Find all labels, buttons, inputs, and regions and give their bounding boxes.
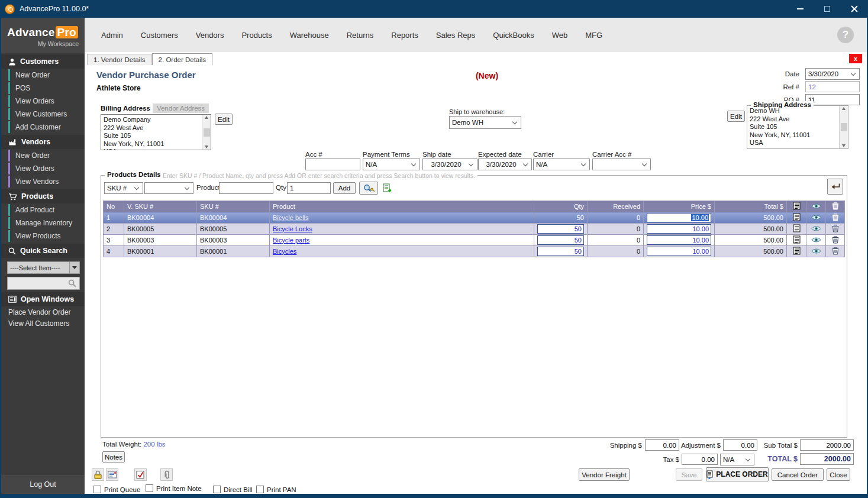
chevron-down-icon[interactable] (69, 262, 79, 273)
acc-input[interactable] (305, 159, 360, 170)
quick-search-select[interactable]: ----Select Item---- (7, 261, 80, 274)
product-search-input[interactable] (219, 182, 273, 194)
table-row[interactable]: 4 BK00001 BK00001 Bicycles 50 0 10.00 50… (104, 246, 845, 257)
enter-button[interactable] (827, 179, 843, 195)
print-pan-checkbox[interactable]: Print PAN (256, 486, 296, 493)
close-button[interactable] (841, 0, 868, 18)
sidebar-item-view-customers[interactable]: View Customers (8, 108, 85, 120)
row-delete-button[interactable] (826, 235, 845, 246)
open-window-place-vendor-order[interactable]: Place Vendor Order (1, 306, 85, 318)
row-notes-button[interactable] (787, 246, 806, 257)
tax-input[interactable] (682, 454, 718, 465)
lock-button[interactable] (92, 468, 104, 481)
import-list-icon[interactable] (383, 183, 392, 194)
place-order-button[interactable]: PLACE ORDER (706, 467, 769, 481)
search-button[interactable] (359, 182, 378, 195)
shipping-edit-button[interactable]: Edit (727, 111, 745, 122)
sidebar-item-add-customer[interactable]: Add Customer (8, 121, 85, 133)
save-button[interactable]: Save (676, 468, 702, 481)
item-note-button[interactable] (106, 468, 118, 481)
qty-input[interactable]: 50 (537, 247, 584, 256)
sku-type-select[interactable]: SKU # (104, 182, 143, 194)
vendor-freight-button[interactable]: Vendor Freight (579, 468, 630, 481)
row-notes-button[interactable] (787, 212, 806, 224)
billing-address-scrollbar[interactable] (202, 115, 211, 150)
table-row[interactable]: 3 BK00003 BK00003 Bicycle parts 50 0 10.… (104, 235, 845, 246)
sidebar-item-view-vendors[interactable]: View Vendors (8, 176, 85, 187)
nav-admin[interactable]: Admin (101, 31, 123, 40)
logout-button[interactable]: Log Out (1, 476, 85, 494)
add-button[interactable]: Add (333, 182, 356, 194)
qty-input[interactable] (287, 182, 331, 194)
nav-reports[interactable]: Reports (391, 31, 418, 40)
qty-input[interactable]: 50 (537, 224, 584, 234)
notes-button[interactable]: Notes (102, 451, 125, 463)
sidebar-item-view-products[interactable]: View Products (8, 230, 85, 242)
table-row[interactable]: 1 BK00004 BK00004 Bicycle bells 50 0 10.… (104, 212, 845, 224)
tab-vendor-details[interactable]: 1. Vendor Details (87, 54, 152, 65)
ship-to-warehouse-select[interactable]: Demo WH (449, 116, 521, 129)
ref-input[interactable] (805, 81, 860, 92)
row-view-button[interactable] (806, 212, 826, 224)
billing-address-tab[interactable]: Billing Address (101, 104, 153, 113)
nav-customers[interactable]: Customers (141, 31, 178, 40)
row-notes-button[interactable] (787, 224, 806, 235)
shipping-address-scrollbar[interactable] (839, 106, 848, 148)
row-notes-button[interactable] (787, 235, 806, 246)
quick-search-input[interactable] (7, 277, 80, 290)
billing-edit-button[interactable]: Edit (215, 114, 233, 125)
payment-terms-select[interactable]: N/A (363, 159, 420, 170)
sidebar-item-vendors-view-orders[interactable]: View Orders (8, 163, 85, 174)
sidebar-item-customers-view-orders[interactable]: View Orders (8, 95, 85, 107)
open-window-view-all-customers[interactable]: View All Customers (1, 318, 85, 329)
carrier-acc-select[interactable] (592, 159, 651, 170)
direct-bill-checkbox[interactable]: Direct Bill (213, 486, 253, 493)
row-delete-button[interactable] (826, 212, 845, 224)
table-row[interactable]: 2 BK00005 BK00005 Bicycle Locks 50 0 10.… (104, 224, 845, 235)
attachment-button[interactable] (160, 468, 173, 481)
nav-quickbooks[interactable]: QuickBooks (493, 31, 534, 40)
sku-value-select[interactable] (144, 182, 193, 194)
row-view-button[interactable] (806, 246, 826, 257)
price-input[interactable]: 10.00 (647, 247, 711, 256)
product-link[interactable]: Bicycle bells (273, 214, 309, 221)
nav-products[interactable]: Products (241, 31, 272, 40)
row-delete-button[interactable] (826, 246, 845, 257)
sidebar-item-manage-inventory[interactable]: Manage Inventory (8, 217, 85, 229)
price-input[interactable]: 10.00 (647, 224, 711, 234)
sidebar-item-add-product[interactable]: Add Product (8, 204, 85, 216)
sidebar-item-pos[interactable]: POS (8, 82, 85, 94)
price-input[interactable]: 10.00 (647, 235, 711, 245)
vendor-address-tab[interactable]: Vendor Address (153, 104, 209, 113)
cancel-order-button[interactable]: Cancel Order (772, 468, 824, 481)
print-item-note-checkbox[interactable]: Print Item Note (146, 484, 202, 492)
tab-order-details[interactable]: 2. Order Details (152, 53, 213, 65)
maximize-button[interactable] (814, 0, 841, 18)
row-view-button[interactable] (806, 224, 826, 235)
help-button[interactable]: ? (837, 27, 854, 43)
sidebar-item-customers-new-order[interactable]: New Order (8, 69, 85, 81)
minimize-button[interactable] (786, 0, 814, 18)
product-link[interactable]: Bicycle parts (273, 237, 309, 244)
product-link[interactable]: Bicycle Locks (273, 225, 312, 232)
price-input[interactable]: 10.00 (647, 213, 711, 222)
close-order-button[interactable]: Close (827, 468, 850, 481)
nav-warehouse[interactable]: Warehouse (290, 31, 329, 40)
nav-web[interactable]: Web (552, 31, 568, 40)
product-link[interactable]: Bicycles (273, 248, 296, 255)
print-check-button[interactable] (134, 468, 147, 481)
date-select[interactable]: 3/30/2020 (805, 68, 860, 80)
print-queue-checkbox[interactable]: Print Queue (93, 486, 140, 493)
nav-returns[interactable]: Returns (347, 31, 374, 40)
expected-date-select[interactable]: 3/30/2020 (478, 159, 532, 170)
row-delete-button[interactable] (826, 224, 845, 235)
nav-mfg[interactable]: MFG (585, 31, 602, 40)
tab-close-button[interactable]: x (849, 54, 862, 63)
nav-sales-reps[interactable]: Sales Reps (436, 31, 475, 40)
sidebar-item-vendors-new-order[interactable]: New Order (8, 150, 85, 161)
carrier-select[interactable]: N/A (533, 159, 590, 170)
ship-date-select[interactable]: 3/30/2020 (422, 159, 477, 170)
qty-input[interactable]: 50 (537, 235, 584, 245)
row-view-button[interactable] (806, 235, 826, 246)
nav-vendors[interactable]: Vendors (196, 31, 224, 40)
